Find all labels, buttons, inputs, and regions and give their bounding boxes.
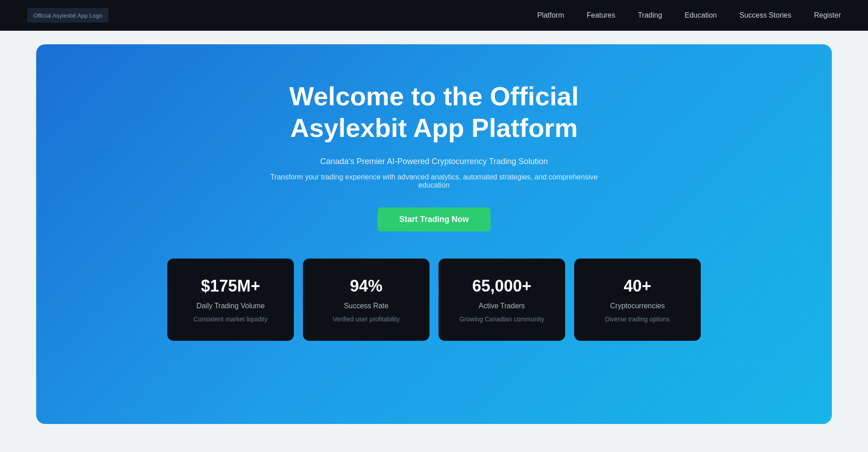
logo-container: Official Asylexbit App Logo [27,8,108,23]
stat-card-trading-volume: $175M+ Daily Trading Volume Consistent m… [167,259,294,341]
hero-card: Welcome to the Official Asylexbit App Pl… [36,44,832,424]
navbar: Official Asylexbit App Logo Platform Fea… [0,0,868,31]
nav-link-education[interactable]: Education [685,11,717,19]
stat-card-active-traders: 65,000+ Active Traders Growing Canadian … [439,259,565,341]
stat-desc-success-rate: Verified user profitability [333,315,400,323]
stat-value-active-traders: 65,000+ [472,277,531,296]
stat-desc-active-traders: Growing Canadian community [459,315,544,323]
hero-title: Welcome to the Official Asylexbit App Pl… [231,80,637,143]
nav-link-platform[interactable]: Platform [537,11,564,19]
stat-label-active-traders: Active Traders [479,302,525,310]
logo-text: Official Asylexbit App Logo [33,12,103,19]
stat-value-trading-volume: $175M+ [201,277,260,296]
nav-link-success-stories[interactable]: Success Stories [740,11,792,19]
stats-grid: $175M+ Daily Trading Volume Consistent m… [167,259,701,341]
logo-image: Official Asylexbit App Logo [27,8,108,23]
stat-label-cryptocurrencies: Cryptocurrencies [610,302,665,310]
hero-description: Transform your trading experience with a… [264,173,604,189]
nav-link-trading[interactable]: Trading [638,11,662,19]
start-trading-button[interactable]: Start Trading Now [377,207,491,231]
stat-card-success-rate: 94% Success Rate Verified user profitabi… [303,259,429,341]
stat-desc-trading-volume: Consistent market liquidity [193,315,267,323]
stat-value-cryptocurrencies: 40+ [623,277,651,296]
stat-label-success-rate: Success Rate [344,302,389,310]
nav-links: Platform Features Trading Education Succ… [537,11,841,19]
hero-subtitle: Canada's Premier AI-Powered Cryptocurren… [320,157,548,166]
stat-label-trading-volume: Daily Trading Volume [196,302,264,310]
stat-desc-cryptocurrencies: Diverse trading options [605,315,670,323]
stat-value-success-rate: 94% [350,277,382,296]
nav-link-register[interactable]: Register [814,11,841,19]
main-container: Welcome to the Official Asylexbit App Pl… [0,31,868,424]
stat-card-cryptocurrencies: 40+ Cryptocurrencies Diverse trading opt… [574,259,701,341]
nav-link-features[interactable]: Features [587,11,615,19]
